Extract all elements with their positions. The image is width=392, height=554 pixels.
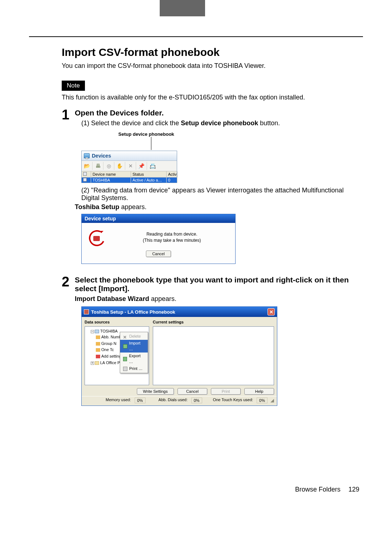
page-footer: Browse Folders 129 [0, 486, 392, 493]
step-1-sub2-line2: Toshiba Setup appears. [75, 203, 359, 211]
tree-root-label[interactable]: TOSHIBA [100, 329, 118, 333]
data-sources-tree[interactable]: −TOSHIBA Abb. Numbers Group N One Tc Add… [85, 326, 149, 385]
la-status-bar: Memory used: 0% Abb. Dials used: 0% One … [82, 396, 277, 406]
menu-export-label: Export … [129, 353, 145, 364]
setup-phonebook-icon[interactable]: 📇 [147, 162, 158, 170]
device-setup-msg2: (This may take a few minutes) [143, 238, 201, 243]
device-setup-msg1: Reading data from device. [146, 232, 197, 237]
step-1-sub2: (2) "Reading data from device" appears a… [81, 187, 359, 202]
row-activ: 0 [167, 178, 177, 183]
loading-arrow-icon [88, 229, 104, 245]
status-mem-label: Memory used: [85, 398, 132, 403]
devices-row-toshiba[interactable]: TOSHIBA Active / Auto a… 0 [82, 178, 177, 183]
top-rule [29, 36, 363, 37]
stop-icon[interactable]: ◎ [103, 162, 114, 170]
menu-export[interactable]: Export … [120, 353, 148, 365]
device-setup-cancel-button[interactable]: Cancel [146, 250, 171, 257]
menu-export-icon [123, 357, 127, 361]
step-1-number: 1 [62, 108, 75, 122]
current-settings-header: Current settings [153, 320, 274, 324]
status-mem-value: 0% [135, 398, 146, 403]
step-1-sub1: (1) Select the device and click the Setu… [81, 119, 359, 127]
close-icon[interactable]: ✕ [268, 308, 275, 315]
step-1-title: Open the Devices folder. [75, 109, 359, 117]
menu-print-label: Print … [129, 366, 143, 371]
menu-import[interactable]: Import … [120, 340, 148, 353]
col-status[interactable]: Status [131, 171, 167, 178]
write-settings-button[interactable]: Write Settings [137, 388, 174, 395]
step-1-sub2-bold: Toshiba Setup [75, 203, 119, 211]
menu-import-label: Import … [129, 341, 145, 352]
tree-la-label[interactable]: LA Office P [100, 360, 120, 365]
menu-import-icon [123, 344, 127, 349]
tree-one-label[interactable]: One Tc [101, 347, 114, 352]
device-setup-title: Device setup [85, 216, 116, 221]
status-one-value: 0% [257, 398, 268, 403]
printer-icon[interactable]: 🖶 [93, 162, 103, 170]
delete-x-icon[interactable]: ✕ [125, 162, 136, 170]
la-titlebar-app-icon [84, 309, 89, 314]
la-cancel-button[interactable]: Cancel [177, 388, 207, 395]
step-1: 1 Open the Devices folder. (1) Select th… [62, 108, 359, 272]
current-settings-box [153, 326, 274, 385]
devices-toolbar: 📂 🖶 ◎ ✋ ✕ 📌 📇 [82, 161, 177, 171]
menu-delete-label: Delete [129, 334, 141, 339]
add-tree-icon [96, 355, 100, 358]
row-lock-icon [83, 178, 87, 182]
one-tree-icon [96, 348, 100, 352]
footer-page-number: 129 [348, 486, 359, 493]
intro-text: You can import the CSV-format phonebook … [62, 62, 359, 70]
note-label: Note [62, 81, 85, 91]
note-text: This function is available only for the … [62, 94, 359, 101]
setup-callout-line [151, 137, 151, 150]
la-titlebar: Toshiba Setup - LA Office Phonebook ✕ [82, 307, 277, 317]
row-device-name: TOSHIBA [91, 178, 131, 183]
status-one-label: One Touch Keys used: [213, 398, 254, 403]
page-header-tab [160, 0, 205, 16]
status-abb-value: 0% [191, 398, 202, 403]
menu-delete-icon: ✕ [123, 334, 127, 339]
step-2: 2 Select the phonebook type that you wan… [62, 275, 359, 417]
context-menu: ✕ Delete Import … Export … [120, 332, 148, 373]
setup-callout-label: Setup device phonebook [118, 131, 359, 137]
step-2-line2: Import Database Wizard appears. [75, 295, 359, 303]
la-phonebook-window: Toshiba Setup - LA Office Phonebook ✕ Da… [81, 306, 277, 406]
la-help-button[interactable]: Help [244, 388, 274, 395]
device-setup-titlebar: Device setup [82, 214, 235, 223]
devices-window-header: Devices [82, 151, 177, 161]
step-1-sub2-suffix: appears. [119, 203, 147, 211]
section-title: Import CSV-format phonebook [62, 46, 359, 58]
row-lock-cell [82, 178, 91, 183]
group-tree-icon [96, 342, 100, 346]
row-status: Active / Auto a… [131, 178, 167, 183]
step-2-line2-suffix: appears. [149, 295, 176, 302]
devices-icon [84, 153, 90, 158]
menu-print[interactable]: Print … [120, 365, 148, 372]
hand-icon[interactable]: ✋ [114, 162, 125, 170]
status-abb-label: Abb. Dials used: [159, 398, 188, 403]
tree-collapse-root-icon[interactable]: − [91, 330, 94, 333]
devices-column-header-row: Device name Status Activ [82, 171, 177, 178]
menu-delete: ✕ Delete [120, 333, 148, 340]
config-pin-icon[interactable]: 📌 [136, 162, 147, 170]
device-setup-message: Reading data from device. (This may take… [115, 231, 229, 244]
open-folder-icon[interactable]: 📂 [82, 162, 93, 170]
step-1-sub1-bold: Setup device phonebook [181, 119, 258, 127]
step-1-sub1-prefix: (1) Select the device and click the [81, 119, 181, 127]
devices-header-text: Devices [92, 153, 111, 159]
col-activ[interactable]: Activ [167, 171, 177, 178]
step-2-line2-bold: Import Database Wizard [75, 295, 149, 302]
col-lock-icon [82, 171, 91, 178]
col-device-name[interactable]: Device name [91, 171, 131, 178]
data-sources-header: Data sources [85, 320, 149, 324]
tree-group-label[interactable]: Group N [101, 341, 117, 346]
device-setup-dialog: Device setup Reading data from device. (… [81, 214, 236, 264]
tree-expand-la-icon[interactable]: + [91, 362, 94, 365]
step-2-title: Select the phonebook type that you want … [75, 276, 359, 293]
la-print-button: Print [211, 388, 241, 395]
la-titlebar-text: Toshiba Setup - LA Office Phonebook [91, 309, 175, 315]
menu-print-icon [123, 367, 127, 371]
resize-grip-icon[interactable]: ◢ [270, 398, 274, 403]
loading-monitor-icon [93, 236, 100, 241]
device-tree-icon [95, 330, 99, 333]
